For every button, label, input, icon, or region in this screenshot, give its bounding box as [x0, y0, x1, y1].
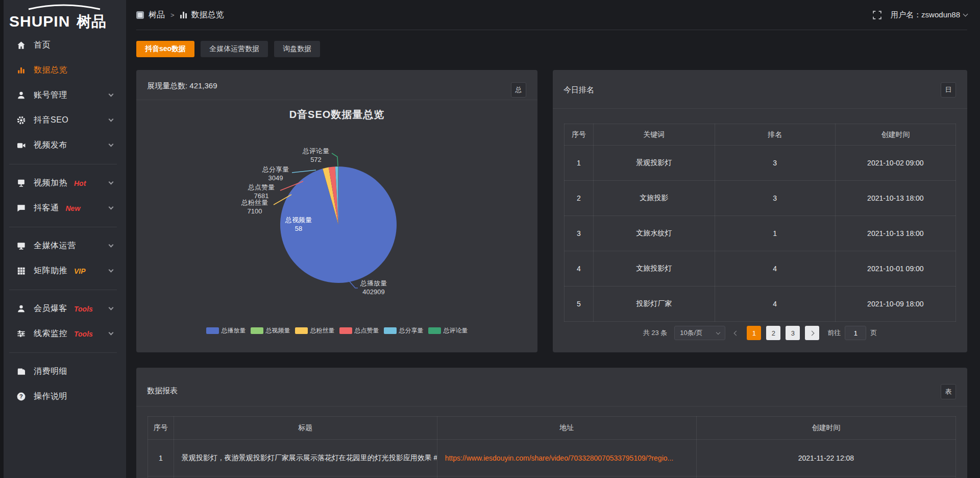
- chevron-down-icon: [109, 141, 114, 147]
- sidebar-item-douyin-seo[interactable]: 抖音SEO: [0, 108, 126, 133]
- goto-label: 前往: [827, 328, 841, 338]
- legend-swatch: [251, 327, 263, 334]
- grid-icon: [16, 266, 26, 276]
- sidebar-item-video-publish[interactable]: 视频发布: [0, 133, 126, 158]
- legend-label: 总视频量: [266, 326, 290, 335]
- gear-icon: [16, 115, 26, 125]
- legend-swatch: [428, 327, 441, 334]
- chevron-down-icon: [109, 242, 114, 247]
- page-button-3[interactable]: 3: [786, 326, 800, 340]
- chevron-down-icon: [109, 267, 114, 272]
- day-badge-button[interactable]: 日: [941, 82, 956, 98]
- sidebar-item-label: 矩阵助推: [34, 266, 67, 276]
- sidebar-item-consume-detail[interactable]: 消费明细: [0, 359, 126, 384]
- page-button-1[interactable]: 1: [747, 326, 761, 340]
- legend-item-总点赞量[interactable]: 总点赞量: [339, 326, 379, 335]
- table-row: 3文旅水纹灯12021-10-13 18:00: [565, 216, 956, 251]
- prev-page-button[interactable]: [730, 326, 742, 340]
- panel-divider: [136, 406, 967, 407]
- legend-label: 总评论量: [444, 326, 468, 335]
- user-menu[interactable]: 用户名：zswodun88: [891, 10, 967, 20]
- legend-item-总评论量[interactable]: 总评论量: [428, 326, 468, 335]
- table-cell: 2: [565, 181, 594, 216]
- table-row: 4文旅投影灯42021-10-01 09:00: [565, 251, 956, 286]
- table-cell: 4: [565, 251, 594, 286]
- breadcrumb-home[interactable]: 树品: [149, 10, 165, 20]
- tab-0[interactable]: 抖音seo数据: [136, 41, 194, 57]
- breadcrumb-separator: >: [169, 11, 176, 19]
- sidebar-item-matrix-boost[interactable]: 矩阵助推VIP: [0, 258, 126, 283]
- impressions-panel: 展现量总数: 421,369 总 D音SEO数据量总览 总评论量572 总分享量…: [136, 70, 537, 352]
- logo-text-cn: 树品: [76, 13, 106, 30]
- ranking-panel-title: 今日排名: [564, 85, 594, 95]
- table-cell: 2021-10-02 09:00: [835, 146, 955, 181]
- sidebar-item-badge: Tools: [74, 305, 93, 313]
- topbar-right: 用户名：zswodun88: [873, 10, 967, 20]
- table-cell: 2021-10-09 18:00: [835, 286, 955, 322]
- sidebar-menu: 首页数据总览账号管理抖音SEO视频发布视频加热Hot抖客通New全媒体运营矩阵助…: [0, 33, 126, 409]
- sidebar-item-badge: Tools: [74, 330, 93, 338]
- legend-item-总分享量[interactable]: 总分享量: [384, 326, 424, 335]
- table-cell: 2021-10-01 09:00: [835, 251, 955, 286]
- chevron-down-icon: [109, 179, 114, 184]
- chart-icon: [16, 65, 26, 75]
- column-header: 创建时间: [696, 417, 955, 440]
- legend-label: 总点赞量: [355, 326, 379, 335]
- sidebar-item-member-baoke[interactable]: 会员爆客Tools: [0, 296, 126, 321]
- table-cell: 3: [565, 216, 594, 251]
- report-table: 序号标题地址创建时间1景观投影灯，夜游景观投影灯厂家展示展示落花灯在花园里的灯光…: [148, 416, 956, 478]
- sidebar-divider: [9, 164, 117, 164]
- page-buttons: 123: [747, 326, 800, 340]
- shupin-icon: [136, 11, 144, 19]
- column-header: 排名: [715, 124, 835, 146]
- table-row: 1景观投影灯，夜游景观投影灯厂家展示展示落花灯在花园里的灯光投影应用效果 #ht…: [148, 440, 956, 476]
- sidebar-item-media-ops[interactable]: 全媒体运营: [0, 233, 126, 258]
- svg-text:?: ?: [19, 393, 23, 399]
- sidebar-item-home[interactable]: 首页: [0, 33, 126, 58]
- chevron-down-icon: [109, 116, 114, 122]
- legend-item-总粉丝量[interactable]: 总粉丝量: [295, 326, 335, 335]
- sidebar-item-account-manage[interactable]: 账号管理: [0, 83, 126, 108]
- fullscreen-icon[interactable]: [873, 11, 881, 19]
- tab-1[interactable]: 全媒体运营数据: [201, 41, 268, 57]
- chevron-down-icon: [109, 305, 114, 310]
- sidebar-item-label: 首页: [34, 40, 51, 51]
- pie-label-comments: 总评论量572: [296, 147, 336, 164]
- sidebar-item-data-overview[interactable]: 数据总览: [0, 58, 126, 83]
- sidebar-item-badge: VIP: [74, 267, 86, 275]
- sidebar-item-douketong[interactable]: 抖客通New: [0, 196, 126, 221]
- report-panel-title: 数据报表: [147, 386, 178, 396]
- pie-label-plays: 总播放量402909: [353, 279, 394, 296]
- sidebar-item-badge: Hot: [74, 179, 86, 187]
- page-button-2[interactable]: 2: [766, 326, 780, 340]
- monitor-icon: [16, 241, 26, 251]
- pie-chart-svg[interactable]: [136, 70, 537, 352]
- table-cell: 投影灯厂家: [593, 286, 715, 322]
- legend-item-总视频量[interactable]: 总视频量: [251, 326, 290, 335]
- question-icon: ?: [16, 392, 26, 401]
- home-icon: [16, 40, 26, 50]
- sidebar-item-video-heat[interactable]: 视频加热Hot: [0, 171, 126, 196]
- tab-2[interactable]: 询盘数据: [274, 41, 320, 57]
- sidebar-item-help[interactable]: ?操作说明: [0, 384, 126, 409]
- topbar: 树品 > 数据总览 用户名：zswodun88: [126, 0, 980, 30]
- table-cell: 文旅投影: [593, 181, 715, 216]
- table-cell: [437, 476, 696, 478]
- chat-icon: [16, 203, 26, 213]
- video-url-link[interactable]: https://www.iesdouyin.com/share/video/70…: [445, 454, 674, 462]
- pagination-total: 共 23 条: [643, 328, 668, 338]
- page-size-select[interactable]: 10条/页: [674, 326, 725, 340]
- next-page-button[interactable]: [805, 326, 819, 340]
- table-badge-button[interactable]: 表: [941, 384, 956, 399]
- sidebar-item-clue-monitor[interactable]: 线索监控Tools: [0, 321, 126, 346]
- goto-page: 前往 页: [827, 326, 877, 340]
- table-row: 5投影灯厂家42021-10-09 18:00: [565, 286, 956, 322]
- sidebar-item-label: 抖音SEO: [34, 115, 68, 126]
- topbar-divider: [136, 30, 967, 30]
- legend-item-总播放量[interactable]: 总播放量: [206, 326, 246, 335]
- user-icon: [16, 90, 26, 100]
- video-icon: [16, 140, 26, 150]
- logo-arc: [29, 5, 100, 9]
- table-cell: 2021-10-13 18:00: [835, 216, 955, 251]
- goto-page-input[interactable]: [845, 326, 866, 340]
